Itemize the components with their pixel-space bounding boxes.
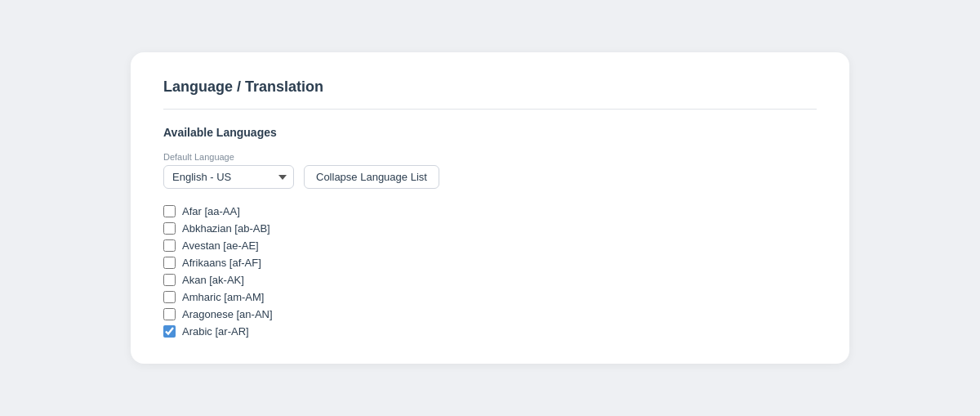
list-item: Amharic [am-AM]	[163, 291, 817, 303]
card-title: Language / Translation	[163, 78, 817, 96]
list-item: Akan [ak-AK]	[163, 274, 817, 286]
language-label: Abkhazian [ab-AB]	[182, 222, 270, 235]
list-item: Arabic [ar-AR]	[163, 325, 817, 338]
language-checkbox-7[interactable]	[163, 325, 176, 338]
language-label: Akan [ak-AK]	[182, 274, 244, 286]
language-checkbox-0[interactable]	[163, 205, 176, 217]
controls-row: Default Language English - US English - …	[163, 152, 817, 189]
language-checkbox-3[interactable]	[163, 257, 176, 269]
collapse-language-list-button[interactable]: Collapse Language List	[304, 165, 439, 189]
language-checkbox-6[interactable]	[163, 308, 176, 320]
language-label: Avestan [ae-AE]	[182, 239, 259, 252]
language-label: Afrikaans [af-AF]	[182, 257, 261, 269]
section-divider	[163, 109, 817, 110]
language-checkbox-4[interactable]	[163, 274, 176, 286]
list-item: Aragonese [an-AN]	[163, 308, 817, 320]
language-label: Amharic [am-AM]	[182, 291, 264, 303]
list-item: Afar [aa-AA]	[163, 205, 817, 217]
list-item: Afrikaans [af-AF]	[163, 257, 817, 269]
list-item: Abkhazian [ab-AB]	[163, 222, 817, 235]
language-checkbox-5[interactable]	[163, 291, 176, 303]
language-label: Aragonese [an-AN]	[182, 308, 273, 320]
list-item: Avestan [ae-AE]	[163, 239, 817, 252]
language-checkbox-1[interactable]	[163, 222, 176, 235]
language-label: Arabic [ar-AR]	[182, 325, 249, 338]
language-translation-card: Language / Translation Available Languag…	[131, 52, 849, 364]
language-checkbox-2[interactable]	[163, 239, 176, 252]
language-label: Afar [aa-AA]	[182, 205, 240, 217]
select-label: Default Language	[163, 152, 294, 162]
section-title: Available Languages	[163, 126, 817, 139]
select-wrapper: Default Language English - US English - …	[163, 152, 294, 189]
language-list: Afar [aa-AA]Abkhazian [ab-AB]Avestan [ae…	[163, 205, 817, 338]
default-language-select[interactable]: English - US English - UK Spanish French…	[163, 165, 294, 189]
